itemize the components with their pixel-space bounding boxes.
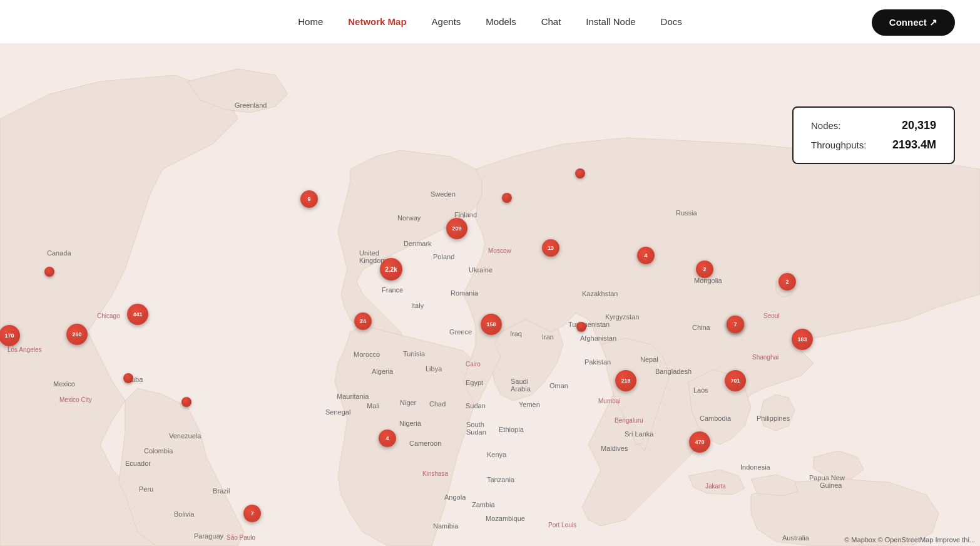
label-kenya: Kenya [487,451,507,458]
label-bolivia: Bolivia [174,510,195,518]
label-saudi: Saudi [511,378,528,385]
label-russia: Russia [676,209,698,217]
label-greenland: Greenland [235,101,267,109]
label-kyrgyzstan: Kyrgyzstan [605,313,639,321]
label-pakistan: Pakistan [584,358,611,366]
label-kinshasa: Kinshasa [422,470,449,477]
label-china: China [692,324,711,331]
label-mali: Mali [367,402,379,410]
label-mexico: Mexico [53,380,75,388]
label-cameroon: Cameroon [409,440,441,447]
label-nepal: Nepal [640,356,658,363]
label-mauritania: Mauritania [337,393,369,400]
label-algeria: Algeria [372,368,394,375]
label-south-sudan2: Sudan [466,428,486,436]
label-denmark: Denmark [404,240,432,247]
label-philippines: Philippines [757,415,790,422]
throughputs-value: 2193.4M [892,138,936,152]
label-sudan: Sudan [466,402,486,410]
label-norway: Norway [397,214,421,222]
label-ecuador: Ecuador [125,460,151,467]
label-sao-paulo: São Paulo [227,534,256,541]
label-yemen: Yemen [519,401,540,408]
label-greece: Greece [449,328,472,336]
label-tunisia: Tunisia [403,350,426,358]
label-venezuela: Venezuela [169,432,202,440]
throughputs-label: Throughputs: [811,140,866,150]
label-uk: United [359,249,379,257]
label-srilanka: Sri Lanka [625,430,654,438]
label-bengaluru: Bengaluru [615,417,643,424]
label-france: France [382,286,403,294]
map-dot-dot1[interactable] [44,267,54,277]
nodes-label: Nodes: [811,120,841,131]
map-dot-dot4[interactable] [576,322,586,332]
label-seoul: Seoul [763,312,780,319]
label-bangladesh: Bangladesh [655,368,692,375]
label-jakarta: Jakarta [705,483,726,490]
label-cambodia: Cambodia [700,415,732,422]
label-iran: Iran [542,333,554,341]
map-dot-dot2[interactable] [502,193,512,203]
nav-network-map[interactable]: Network Map [348,16,406,27]
nav-chat[interactable]: Chat [541,16,561,27]
label-chad: Chad [429,400,446,408]
label-afghanistan: Afghanistan [580,334,616,342]
label-peru: Peru [139,485,153,493]
label-saudi2: Arabia [511,385,531,393]
map-dot-dot6[interactable] [181,397,191,407]
label-canada: Canada [47,249,71,257]
label-iraq: Iraq [510,330,522,337]
map-dot-dot3[interactable] [575,168,585,178]
label-mexico-city: Mexico City [59,396,92,403]
label-maldives: Maldives [601,445,628,452]
label-ethiopia: Ethiopia [499,426,524,433]
nav-agents[interactable]: Agents [432,16,461,27]
label-mozambique: Mozambique [486,515,525,522]
label-los-angeles: Los Angeles [8,346,42,353]
label-australia: Australia [782,534,810,542]
nodes-row: Nodes: 20,319 [811,119,936,132]
label-sweden: Sweden [431,190,456,198]
map-attribution: © Mapbox © OpenStreetMap Improve thi... [844,536,975,543]
nav-install-node[interactable]: Install Node [586,16,635,27]
label-south-sudan: South [466,421,484,428]
label-ukraine: Ukraine [469,266,493,274]
label-mongolia: Mongolia [694,277,723,284]
label-namibia: Namibia [433,522,459,530]
label-kazakhstan: Kazakhstan [582,290,618,297]
label-port-louis: Port Louis [548,522,576,528]
navbar: Home Network Map Agents Models Chat Inst… [0,0,980,44]
label-indonesia: Indonesia [740,463,771,471]
map-dot-dot5[interactable] [123,373,133,383]
label-laos: Laos [693,386,708,394]
nav-home[interactable]: Home [298,16,323,27]
label-italy: Italy [411,302,424,309]
label-niger: Niger [400,399,417,406]
label-egypt: Egypt [466,379,483,386]
nav-docs[interactable]: Docs [661,16,682,27]
label-angola: Angola [444,493,466,501]
label-papua: Papua New [809,474,845,482]
label-turkmenistan: Turkmenistan [568,321,610,328]
label-brazil: Brazil [213,487,230,495]
stats-box: Nodes: 20,319 Throughputs: 2193.4M [792,106,955,164]
label-colombia: Colombia [144,447,173,455]
label-nigeria: Nigeria [399,420,422,427]
label-oman: Oman [549,382,568,389]
label-chicago: Chicago [97,312,120,319]
nav-models[interactable]: Models [486,16,516,27]
label-libya: Libya [426,365,442,373]
map-container[interactable]: .land { fill: #ede0d8; stroke: #d4b8ad; … [0,44,980,546]
label-papua2: Guinea [820,482,842,489]
label-romania: Romania [451,289,479,297]
label-senegal: Senegal [325,408,350,416]
label-shanghai: Shanghai [752,354,778,361]
label-paraguay: Paraguay [194,532,224,540]
throughputs-row: Throughputs: 2193.4M [811,138,936,152]
nodes-value: 20,319 [902,119,936,132]
connect-button[interactable]: Connect ↗ [872,9,955,36]
label-morocco: Morocco [354,351,380,358]
label-zambia: Zambia [472,501,496,508]
label-cairo: Cairo [466,361,481,368]
